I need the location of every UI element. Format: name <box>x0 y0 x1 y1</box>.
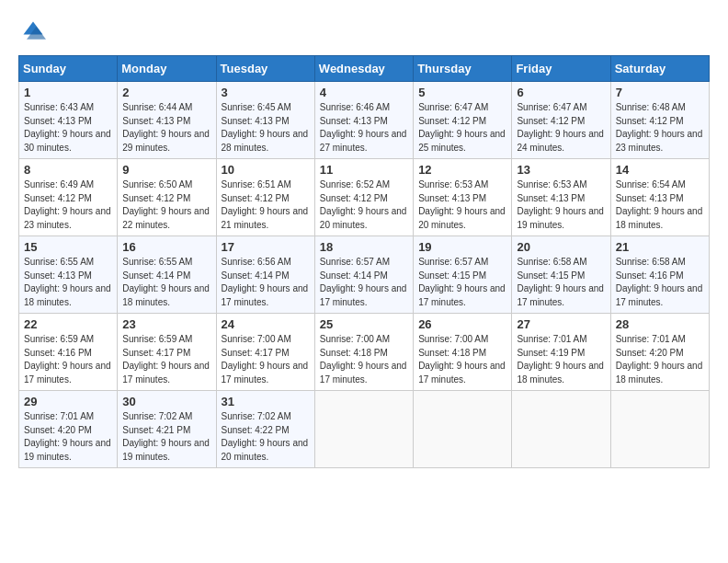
calendar-cell: 13 Sunrise: 6:53 AM Sunset: 4:13 PM Dayl… <box>512 159 610 236</box>
day-number: 20 <box>517 240 605 254</box>
day-info: Sunrise: 6:47 AM Sunset: 4:12 PM Dayligh… <box>517 101 605 155</box>
day-number: 3 <box>222 86 310 99</box>
calendar-cell <box>512 391 610 468</box>
day-info: Sunrise: 7:00 AM Sunset: 4:18 PM Dayligh… <box>320 333 408 386</box>
calendar-week-row: 29 Sunrise: 7:01 AM Sunset: 4:20 PM Dayl… <box>19 391 710 468</box>
day-number: 11 <box>320 163 408 177</box>
day-number: 23 <box>122 317 210 331</box>
day-number: 6 <box>517 86 605 99</box>
day-header-friday: Friday <box>512 56 610 82</box>
day-number: 25 <box>320 317 408 331</box>
calendar-cell: 11 Sunrise: 6:52 AM Sunset: 4:12 PM Dayl… <box>314 159 413 236</box>
day-number: 9 <box>122 163 210 177</box>
day-info: Sunrise: 7:02 AM Sunset: 4:21 PM Dayligh… <box>122 410 210 464</box>
day-info: Sunrise: 6:43 AM Sunset: 4:13 PM Dayligh… <box>24 101 112 155</box>
calendar-cell: 3 Sunrise: 6:45 AM Sunset: 4:13 PM Dayli… <box>216 82 314 159</box>
day-info: Sunrise: 6:49 AM Sunset: 4:12 PM Dayligh… <box>24 178 112 232</box>
day-info: Sunrise: 7:02 AM Sunset: 4:22 PM Dayligh… <box>222 410 310 464</box>
calendar-week-row: 15 Sunrise: 6:55 AM Sunset: 4:13 PM Dayl… <box>19 236 710 314</box>
day-number: 5 <box>418 86 506 99</box>
calendar-cell: 10 Sunrise: 6:51 AM Sunset: 4:12 PM Dayl… <box>216 159 314 236</box>
calendar-cell: 4 Sunrise: 6:46 AM Sunset: 4:13 PM Dayli… <box>314 82 413 159</box>
day-number: 18 <box>320 240 408 254</box>
day-info: Sunrise: 6:56 AM Sunset: 4:14 PM Dayligh… <box>222 256 310 309</box>
day-header-thursday: Thursday <box>414 56 512 82</box>
day-info: Sunrise: 6:53 AM Sunset: 4:13 PM Dayligh… <box>517 178 605 232</box>
day-header-tuesday: Tuesday <box>216 56 314 82</box>
calendar-week-row: 1 Sunrise: 6:43 AM Sunset: 4:13 PM Dayli… <box>19 82 710 159</box>
day-number: 19 <box>418 240 506 254</box>
day-info: Sunrise: 6:54 AM Sunset: 4:13 PM Dayligh… <box>616 178 704 232</box>
calendar-cell: 7 Sunrise: 6:48 AM Sunset: 4:12 PM Dayli… <box>610 82 709 159</box>
calendar-cell: 1 Sunrise: 6:43 AM Sunset: 4:13 PM Dayli… <box>19 82 118 159</box>
day-info: Sunrise: 6:44 AM Sunset: 4:13 PM Dayligh… <box>122 101 210 155</box>
day-number: 28 <box>616 317 704 331</box>
calendar-header-row: SundayMondayTuesdayWednesdayThursdayFrid… <box>19 56 710 82</box>
calendar-cell: 9 Sunrise: 6:50 AM Sunset: 4:12 PM Dayli… <box>118 159 216 236</box>
day-header-monday: Monday <box>118 56 216 82</box>
day-info: Sunrise: 7:01 AM Sunset: 4:20 PM Dayligh… <box>24 410 112 464</box>
calendar-cell: 31 Sunrise: 7:02 AM Sunset: 4:22 PM Dayl… <box>216 391 314 468</box>
day-number: 2 <box>122 86 210 99</box>
calendar-cell: 17 Sunrise: 6:56 AM Sunset: 4:14 PM Dayl… <box>216 236 314 314</box>
day-info: Sunrise: 6:55 AM Sunset: 4:13 PM Dayligh… <box>24 256 112 309</box>
day-info: Sunrise: 6:48 AM Sunset: 4:12 PM Dayligh… <box>616 101 704 155</box>
calendar-cell <box>414 391 512 468</box>
day-number: 7 <box>616 86 704 99</box>
day-info: Sunrise: 6:58 AM Sunset: 4:16 PM Dayligh… <box>616 256 704 309</box>
calendar-cell: 26 Sunrise: 7:00 AM Sunset: 4:18 PM Dayl… <box>414 314 512 391</box>
calendar-cell: 23 Sunrise: 6:59 AM Sunset: 4:17 PM Dayl… <box>118 314 216 391</box>
logo <box>18 18 46 48</box>
day-number: 16 <box>122 240 210 254</box>
day-number: 30 <box>122 395 210 408</box>
day-number: 26 <box>418 317 506 331</box>
day-info: Sunrise: 6:47 AM Sunset: 4:12 PM Dayligh… <box>418 101 506 155</box>
day-info: Sunrise: 6:57 AM Sunset: 4:14 PM Dayligh… <box>320 256 408 309</box>
calendar-cell: 24 Sunrise: 7:00 AM Sunset: 4:17 PM Dayl… <box>216 314 314 391</box>
day-info: Sunrise: 6:55 AM Sunset: 4:14 PM Dayligh… <box>122 256 210 309</box>
day-number: 27 <box>517 317 605 331</box>
calendar-week-row: 22 Sunrise: 6:59 AM Sunset: 4:16 PM Dayl… <box>19 314 710 391</box>
calendar-cell: 20 Sunrise: 6:58 AM Sunset: 4:15 PM Dayl… <box>512 236 610 314</box>
day-number: 31 <box>222 395 310 408</box>
calendar-cell: 16 Sunrise: 6:55 AM Sunset: 4:14 PM Dayl… <box>118 236 216 314</box>
day-header-saturday: Saturday <box>610 56 709 82</box>
day-info: Sunrise: 6:50 AM Sunset: 4:12 PM Dayligh… <box>122 178 210 232</box>
day-info: Sunrise: 6:46 AM Sunset: 4:13 PM Dayligh… <box>320 101 408 155</box>
day-info: Sunrise: 6:45 AM Sunset: 4:13 PM Dayligh… <box>222 101 310 155</box>
logo-icon <box>20 18 46 44</box>
day-number: 8 <box>24 163 112 177</box>
day-number: 12 <box>418 163 506 177</box>
calendar-cell: 18 Sunrise: 6:57 AM Sunset: 4:14 PM Dayl… <box>314 236 413 314</box>
day-info: Sunrise: 6:59 AM Sunset: 4:17 PM Dayligh… <box>122 333 210 386</box>
day-info: Sunrise: 7:00 AM Sunset: 4:17 PM Dayligh… <box>222 333 310 386</box>
day-number: 17 <box>222 240 310 254</box>
calendar-cell: 5 Sunrise: 6:47 AM Sunset: 4:12 PM Dayli… <box>414 82 512 159</box>
page-header <box>18 18 710 48</box>
calendar-cell: 25 Sunrise: 7:00 AM Sunset: 4:18 PM Dayl… <box>314 314 413 391</box>
day-info: Sunrise: 6:57 AM Sunset: 4:15 PM Dayligh… <box>418 256 506 309</box>
calendar-cell: 2 Sunrise: 6:44 AM Sunset: 4:13 PM Dayli… <box>118 82 216 159</box>
day-info: Sunrise: 6:59 AM Sunset: 4:16 PM Dayligh… <box>24 333 112 386</box>
day-number: 1 <box>24 86 112 99</box>
calendar-cell: 12 Sunrise: 6:53 AM Sunset: 4:13 PM Dayl… <box>414 159 512 236</box>
calendar-cell: 22 Sunrise: 6:59 AM Sunset: 4:16 PM Dayl… <box>19 314 118 391</box>
day-info: Sunrise: 6:51 AM Sunset: 4:12 PM Dayligh… <box>222 178 310 232</box>
day-info: Sunrise: 7:00 AM Sunset: 4:18 PM Dayligh… <box>418 333 506 386</box>
calendar-cell: 21 Sunrise: 6:58 AM Sunset: 4:16 PM Dayl… <box>610 236 709 314</box>
day-number: 4 <box>320 86 408 99</box>
calendar-week-row: 8 Sunrise: 6:49 AM Sunset: 4:12 PM Dayli… <box>19 159 710 236</box>
day-number: 22 <box>24 317 112 331</box>
day-info: Sunrise: 7:01 AM Sunset: 4:20 PM Dayligh… <box>616 333 704 386</box>
day-info: Sunrise: 6:52 AM Sunset: 4:12 PM Dayligh… <box>320 178 408 232</box>
calendar-cell: 14 Sunrise: 6:54 AM Sunset: 4:13 PM Dayl… <box>610 159 709 236</box>
calendar-cell: 8 Sunrise: 6:49 AM Sunset: 4:12 PM Dayli… <box>19 159 118 236</box>
day-info: Sunrise: 7:01 AM Sunset: 4:19 PM Dayligh… <box>517 333 605 386</box>
day-number: 10 <box>222 163 310 177</box>
day-info: Sunrise: 6:53 AM Sunset: 4:13 PM Dayligh… <box>418 178 506 232</box>
calendar-cell <box>610 391 709 468</box>
calendar-cell: 15 Sunrise: 6:55 AM Sunset: 4:13 PM Dayl… <box>19 236 118 314</box>
calendar-cell <box>314 391 413 468</box>
calendar-cell: 19 Sunrise: 6:57 AM Sunset: 4:15 PM Dayl… <box>414 236 512 314</box>
calendar-cell: 28 Sunrise: 7:01 AM Sunset: 4:20 PM Dayl… <box>610 314 709 391</box>
